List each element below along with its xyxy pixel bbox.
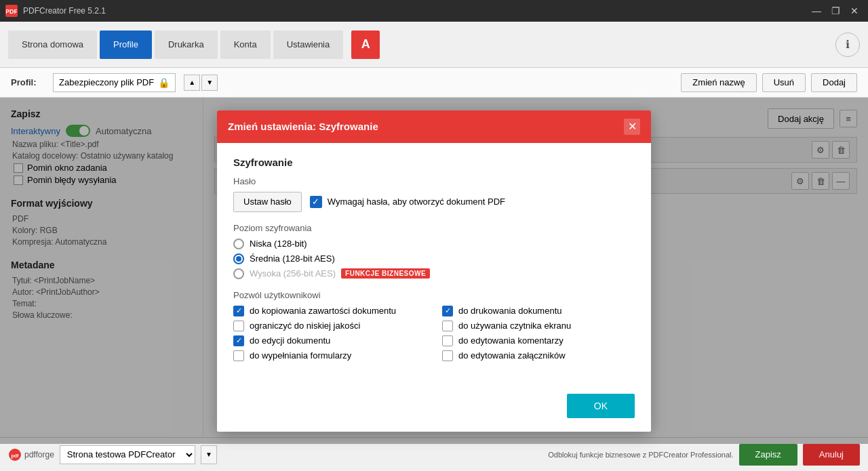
password-label: Hasło (233, 176, 635, 186)
tab-accounts[interactable]: Konta (220, 30, 271, 59)
password-subsection: Hasło Ustaw hasło ✓ Wymagaj hasła, aby o… (233, 176, 635, 212)
test-page-select[interactable]: Strona testowa PDFCreator (60, 445, 195, 464)
maximize-button[interactable]: ❐ (827, 4, 844, 18)
profile-arrows: ▲ ▼ (184, 75, 218, 91)
toolbar: Strona domowa Profile Drukarka Konta Ust… (0, 22, 868, 68)
business-badge: FUNKCJE BIZNESOWE (341, 268, 430, 279)
profile-bar: Profil: Zabezpieczony plik PDF 🔒 ▲ ▼ Zmi… (0, 68, 868, 98)
lock-icon: 🔒 (158, 77, 170, 88)
pdfforge-logo-area: pdf pdfforge (8, 448, 54, 462)
main-content: Zapisz Interaktywny Automatyczna Nazwa p… (0, 98, 868, 444)
perm-edit-comments-checkbox[interactable] (442, 335, 453, 346)
dialog-section-title: Szyfrowanie (233, 157, 635, 168)
minimize-button[interactable]: — (808, 4, 825, 18)
add-profile-button[interactable]: Dodaj (811, 73, 857, 92)
tab-printer[interactable]: Drukarka (155, 30, 218, 59)
rename-profile-button[interactable]: Zmień nazwę (681, 73, 756, 92)
perm-print: ✓ do drukowania dokumentu (442, 306, 635, 316)
perm-low-quality: ograniczyć do niskiej jakości (233, 321, 426, 331)
require-password-checkbox[interactable]: ✓ (310, 196, 322, 208)
perm-fill-forms-checkbox[interactable] (233, 350, 244, 361)
perm-copy-label: do kopiowania zawartości dokumentu (250, 306, 396, 316)
radio-medium: Średnia (128-bit AES) (233, 253, 635, 264)
perm-edit-comments-label: do edytowania komentarzy (458, 335, 564, 346)
permissions-subsection: Pozwól użytkownikowi ✓ do kopiowania zaw… (233, 290, 635, 361)
close-button[interactable]: ✕ (846, 4, 863, 18)
profile-actions: Zmień nazwę Usuń Dodaj (681, 73, 857, 92)
profile-name: Zabezpieczony plik PDF (59, 77, 154, 87)
encryption-dialog: Zmień ustawienia: Szyfrowanie ✕ Szyfrowa… (217, 110, 651, 432)
perm-screen-reader: do używania czytnika ekranu (442, 321, 635, 331)
encryption-level-subsection: Poziom szyfrowania Niska (128-bit) Średn… (233, 223, 635, 279)
dialog-header: Zmień ustawienia: Szyfrowanie ✕ (217, 110, 651, 143)
test-page-arrow[interactable]: ▼ (201, 445, 217, 464)
dialog-footer: OK (217, 386, 651, 432)
perm-edit-attachments-checkbox[interactable] (442, 350, 453, 361)
radio-low-label: Niska (128-bit) (250, 239, 307, 249)
radio-high-label: Wysoka (256-bit AES) (250, 268, 336, 279)
info-button[interactable]: ℹ (835, 33, 860, 57)
svg-text:pdf: pdf (12, 453, 20, 459)
cancel-button[interactable]: Anuluj (803, 444, 860, 466)
radio-medium-input[interactable] (233, 253, 244, 264)
delete-profile-button[interactable]: Usuń (762, 73, 806, 92)
radio-low: Niska (128-bit) (233, 239, 635, 249)
perm-fill-forms-label: do wypełniania formularzy (250, 350, 351, 361)
titlebar-controls: — ❐ ✕ (808, 4, 863, 18)
pdfforge-logo-text: pdfforge (24, 450, 54, 459)
save-button[interactable]: Zapisz (739, 444, 797, 466)
app-title: PDFCreator Free 5.2.1 (23, 6, 106, 16)
dialog-close-button[interactable]: ✕ (624, 119, 640, 135)
perm-screen-reader-checkbox[interactable] (442, 321, 453, 331)
pdfforge-logo-icon: pdf (8, 448, 22, 462)
dialog-body: Szyfrowanie Hasło Ustaw hasło ✓ Wymagaj … (217, 143, 651, 386)
info-icon: ℹ (846, 38, 850, 51)
profile-select[interactable]: Zabezpieczony plik PDF 🔒 (53, 73, 176, 92)
perm-edit-label: do edycji dokumentu (250, 335, 330, 346)
tab-profile[interactable]: Profile (100, 30, 152, 59)
tab-settings[interactable]: Ustawienia (273, 30, 344, 59)
perm-edit-attachments-label: do edytowania załączników (458, 350, 566, 361)
dialog-overlay: Zmień ustawienia: Szyfrowanie ✕ Szyfrowa… (0, 98, 868, 444)
app-icon: PDF (5, 5, 18, 17)
acrobat-icon-button[interactable]: A (351, 30, 380, 59)
perm-print-checkbox[interactable]: ✓ (442, 306, 453, 316)
bottom-right: Odblokuj funkcje biznesowe z PDFCreator … (548, 444, 860, 466)
radio-low-input[interactable] (233, 239, 244, 249)
unlock-text: Odblokuj funkcje biznesowe z PDFCreator … (548, 451, 733, 459)
ok-button[interactable]: OK (567, 394, 635, 418)
dialog-title: Zmień ustawienia: Szyfrowanie (228, 121, 378, 132)
perm-edit: ✓ do edycji dokumentu (233, 335, 426, 346)
radio-medium-label: Średnia (128-bit AES) (250, 253, 335, 264)
svg-text:PDF: PDF (6, 8, 17, 15)
perm-edit-checkbox[interactable]: ✓ (233, 335, 244, 346)
perm-fill-forms: do wypełniania formularzy (233, 350, 426, 361)
profile-label: Profil: (11, 77, 45, 87)
titlebar: PDF PDFCreator Free 5.2.1 — ❐ ✕ (0, 0, 868, 22)
profile-down-button[interactable]: ▼ (201, 75, 218, 91)
perm-copy-checkbox[interactable]: ✓ (233, 306, 244, 316)
perm-edit-attachments: do edytowania załączników (442, 350, 635, 361)
radio-high: Wysoka (256-bit AES) FUNKCJE BIZNESOWE (233, 268, 635, 279)
perm-copy: ✓ do kopiowania zawartości dokumentu (233, 306, 426, 316)
set-password-button[interactable]: Ustaw hasło (233, 192, 302, 212)
encryption-level-label: Poziom szyfrowania (233, 223, 635, 233)
require-password-label: Wymagaj hasła, aby otworzyć dokument PDF (328, 197, 505, 207)
encryption-radio-group: Niska (128-bit) Średnia (128-bit AES) Wy… (233, 239, 635, 279)
perm-edit-comments: do edytowania komentarzy (442, 335, 635, 346)
require-password-row: ✓ Wymagaj hasła, aby otworzyć dokument P… (310, 196, 505, 208)
permissions-grid: ✓ do kopiowania zawartości dokumentu ✓ d… (233, 306, 635, 361)
tab-home[interactable]: Strona domowa (8, 30, 97, 59)
set-password-row: Ustaw hasło ✓ Wymagaj hasła, aby otworzy… (233, 192, 635, 212)
perm-screen-reader-label: do używania czytnika ekranu (458, 321, 571, 331)
perm-print-label: do drukowania dokumentu (458, 306, 562, 316)
perm-low-quality-checkbox[interactable] (233, 321, 244, 331)
perm-low-quality-label: ograniczyć do niskiej jakości (250, 321, 360, 331)
radio-high-input[interactable] (233, 268, 244, 279)
profile-up-button[interactable]: ▲ (184, 75, 200, 91)
permissions-label: Pozwól użytkownikowi (233, 290, 635, 300)
titlebar-left: PDF PDFCreator Free 5.2.1 (5, 5, 106, 17)
